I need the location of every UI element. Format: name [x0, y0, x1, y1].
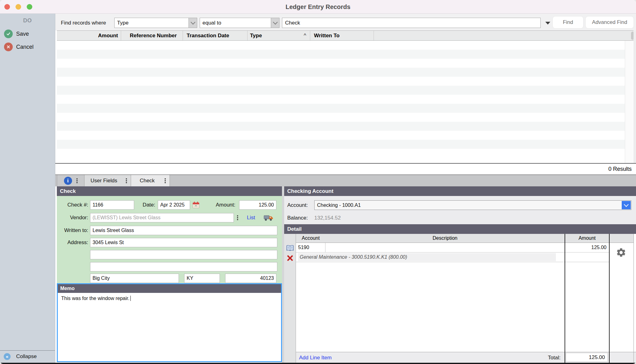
results-table-header: Amount Reference Number Transaction Date…: [57, 30, 634, 41]
amount-field[interactable]: 125.00: [239, 200, 276, 210]
city-field[interactable]: Big City: [90, 274, 179, 283]
balance-label: Balance:: [287, 213, 308, 223]
find-bar: Find records where Type equal to Check F…: [55, 14, 636, 30]
sidebar-divider: [0, 350, 55, 351]
sort-ascending-icon: ^: [304, 31, 310, 40]
address-line2-field[interactable]: [90, 250, 277, 259]
line-item-account-info: General Maintenance - 3000.5190.K.K1 (80…: [298, 253, 556, 261]
empty-row-stripes: [57, 41, 625, 158]
ledger-book-icon[interactable]: [286, 245, 294, 253]
advanced-find-button[interactable]: Advanced Find: [585, 16, 634, 29]
cancel-x-icon: [4, 43, 13, 51]
written-to-label: Written to:: [57, 226, 88, 235]
zip-field[interactable]: 40123: [225, 274, 276, 283]
info-icon: i: [64, 177, 72, 185]
find-field-dropdown[interactable]: Type: [114, 18, 197, 28]
tab-info[interactable]: i: [57, 175, 84, 186]
results-scrollbar-track[interactable]: [625, 41, 634, 163]
tab-menu-kebab-icon[interactable]: [76, 180, 78, 181]
amount-column-border: [565, 234, 565, 363]
tab-menu-kebab-icon[interactable]: [165, 180, 166, 181]
column-header-type-label: Type: [250, 33, 262, 39]
sidebar: DO Save Cancel « Collapse: [0, 14, 55, 364]
calendar-icon[interactable]: [192, 201, 200, 210]
collapse-sidebar-button[interactable]: « Collapse: [0, 353, 55, 360]
tab-user-fields-label: User Fields: [91, 178, 117, 184]
text-cursor: [130, 296, 131, 301]
chevron-down-icon: [271, 18, 279, 28]
line-item-account-cell[interactable]: 5190: [296, 243, 325, 252]
column-header-written-to[interactable]: Written To: [310, 31, 374, 40]
vendor-list-link[interactable]: List: [247, 213, 255, 222]
chevron-down-icon: [624, 202, 629, 207]
total-label: Total:: [502, 353, 561, 363]
title-bar: Ledger Entry Records: [0, 0, 636, 14]
tab-user-fields[interactable]: User Fields: [84, 175, 131, 186]
find-field-value: Type: [117, 20, 129, 26]
balance-value: 132,154.52: [314, 213, 341, 223]
address-line1-field[interactable]: 3045 Lewis St: [90, 238, 277, 247]
address-line3-field[interactable]: [90, 262, 277, 271]
chevron-down-icon: [189, 18, 197, 28]
checking-account-panel: Checking Account Account: Checking - 100…: [284, 186, 636, 364]
address-label: Address:: [57, 238, 88, 247]
tab-check[interactable]: Check: [131, 175, 170, 186]
account-label: Account:: [287, 200, 308, 210]
detail-column-description: Description: [325, 234, 565, 243]
checking-account-body: Account: Checking - 1000.A1 Balance: 132…: [284, 196, 636, 224]
tab-menu-kebab-icon[interactable]: [126, 180, 127, 181]
collapse-chevrons-icon: «: [4, 353, 11, 360]
date-field[interactable]: Apr 2 2025: [158, 200, 190, 210]
column-header-amount[interactable]: Amount: [57, 31, 121, 40]
memo-textarea[interactable]: This was for the window repair.: [58, 293, 281, 361]
results-table-body: [57, 41, 625, 163]
tab-check-label: Check: [140, 178, 155, 184]
find-search-input[interactable]: Check: [282, 18, 541, 28]
row-divider: [296, 262, 609, 262]
checking-account-header: Checking Account: [284, 186, 636, 196]
column-header-transaction-date[interactable]: Transaction Date: [183, 31, 248, 40]
panel-gap: [282, 186, 284, 364]
line-item-description-cell[interactable]: [326, 243, 565, 252]
results-count-bar: 0 Results: [55, 163, 636, 175]
search-options-caret-icon[interactable]: [545, 22, 550, 25]
check-panel: Check Check #: 1166 Date: Apr 2 2025 Amo…: [57, 186, 282, 364]
column-header-reference-number[interactable]: Reference Number: [121, 31, 183, 40]
delete-line-item-icon[interactable]: [286, 254, 294, 263]
check-panel-header: Check: [57, 186, 282, 196]
truck-icon[interactable]: [264, 214, 274, 223]
save-button-label: Save: [16, 29, 29, 39]
window-title: Ledger Entry Records: [0, 0, 636, 14]
check-number-label: Check #:: [57, 200, 88, 210]
written-to-field[interactable]: Lewis Street Glass: [90, 226, 277, 235]
find-button[interactable]: Find: [552, 16, 584, 29]
cancel-button[interactable]: Cancel: [0, 42, 55, 52]
line-item-amount-cell[interactable]: 125.00: [565, 243, 609, 252]
detail-row-icon-column: [284, 234, 296, 363]
account-dropdown-chevron-button[interactable]: [622, 201, 631, 209]
column-header-type[interactable]: Type ^: [248, 31, 310, 40]
vendor-field[interactable]: (LEWISST) Lewis Street Glass: [90, 213, 234, 222]
add-line-item-link[interactable]: Add Line Item: [299, 353, 332, 363]
total-value: 125.00: [566, 353, 608, 362]
results-right-margin: [634, 30, 636, 175]
save-check-icon: [4, 30, 13, 38]
memo-panel: Memo This was for the window repair.: [57, 283, 282, 362]
line-item-settings-gear-icon[interactable]: [616, 247, 626, 259]
vendor-label: Vendor:: [57, 213, 88, 222]
results-count: 0 Results: [608, 164, 632, 174]
detail-column-amount: Amount: [565, 234, 609, 243]
amount-label: Amount:: [203, 200, 235, 210]
find-records-label: Find records where: [61, 18, 106, 28]
save-button[interactable]: Save: [0, 29, 55, 39]
date-label: Date:: [119, 200, 155, 210]
vendor-menu-kebab-icon[interactable]: [237, 217, 238, 218]
account-value: Checking - 1000.A1: [317, 202, 361, 208]
state-field[interactable]: KY: [184, 274, 220, 283]
find-operator-dropdown[interactable]: equal to: [200, 18, 279, 28]
account-dropdown[interactable]: Checking - 1000.A1: [314, 200, 631, 210]
memo-panel-header: Memo: [58, 284, 281, 293]
app-window: Ledger Entry Records DO Save Cancel « Co…: [0, 0, 636, 364]
detail-right-border: [634, 234, 634, 363]
row-divider: [296, 252, 609, 253]
